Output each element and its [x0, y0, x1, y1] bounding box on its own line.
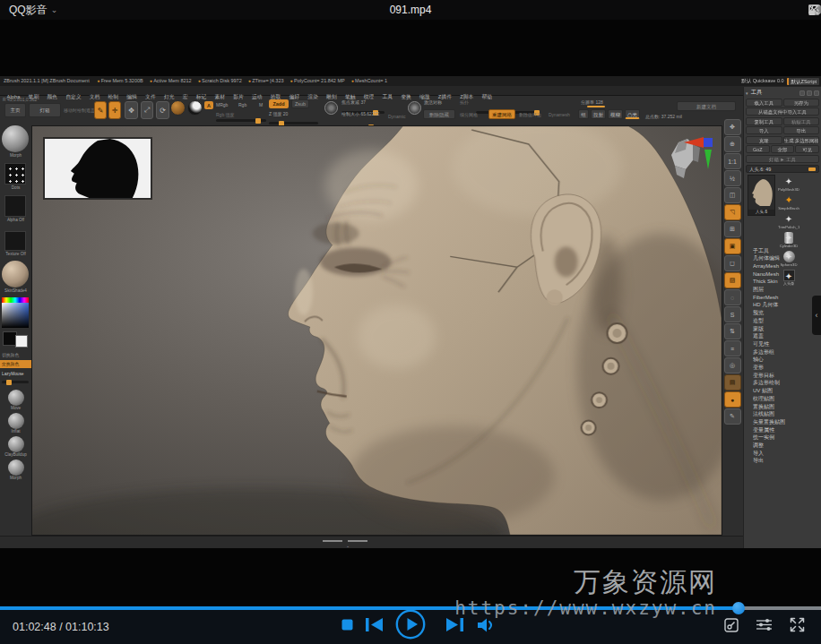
- texture-thumb[interactable]: [4, 231, 26, 251]
- fullscreen-button[interactable]: [790, 617, 805, 632]
- shelf-icon[interactable]: ◎: [724, 357, 741, 374]
- collapse-caret-icon[interactable]: ▾: [746, 90, 748, 96]
- palette-section[interactable]: 统一实例: [753, 434, 819, 442]
- palette-section[interactable]: 纹理贴图: [753, 395, 819, 403]
- shelf-icon[interactable]: ◹: [724, 204, 741, 220]
- zsub-toggle[interactable]: Zsub: [291, 99, 309, 108]
- rgb-intensity-slider[interactable]: [216, 119, 266, 122]
- saturation-square[interactable]: [2, 303, 29, 328]
- rotate-mode-button[interactable]: ⟳: [156, 101, 169, 119]
- dynamic-label[interactable]: Dynamic: [388, 114, 405, 119]
- switch-color-row[interactable]: 切换颜色: [0, 351, 31, 359]
- shelf-icon[interactable]: ▨: [724, 272, 741, 288]
- project-button[interactable]: 投射: [591, 109, 606, 119]
- tool-quick-pick[interactable]: ✦ Cylinder3D: [778, 232, 799, 248]
- import-button[interactable]: 导入: [746, 126, 782, 134]
- export-button[interactable]: 导出: [783, 126, 820, 134]
- quick-brush[interactable]: ClayBuildup: [0, 436, 31, 457]
- quick-brush[interactable]: Move: [0, 390, 31, 410]
- shelf-icon[interactable]: ◫: [724, 187, 741, 203]
- palette-section[interactable]: 多边形组: [753, 348, 819, 356]
- tool-quick-pick[interactable]: ✦ Sphere3D: [778, 251, 799, 267]
- zadd-toggle[interactable]: Zadd: [269, 99, 289, 108]
- rgb-toggle[interactable]: Rgb: [238, 102, 246, 107]
- palette-section[interactable]: 变形: [753, 364, 819, 372]
- menu-item[interactable]: 编辑: [123, 92, 142, 101]
- play-button[interactable]: [395, 609, 426, 640]
- next-button[interactable]: [446, 618, 463, 631]
- palette-section[interactable]: 预览: [753, 309, 819, 317]
- video-area[interactable]: ZBrush 2021.1.1 [M] ZBrush Document Free…: [0, 20, 821, 606]
- delete-loops-label[interactable]: 删除循环边: [519, 112, 541, 117]
- menu-item[interactable]: 绘制: [104, 92, 123, 101]
- menu-item[interactable]: 雕刻: [323, 92, 341, 101]
- active-tool-thumbnail[interactable]: 人头.6: [748, 175, 775, 216]
- tool-quick-pick[interactable]: ✦ SimpleBrush: [778, 194, 799, 210]
- scale-mode-button[interactable]: ⤢: [141, 101, 153, 119]
- menu-item[interactable]: 自定义: [62, 92, 86, 101]
- settings-button[interactable]: [756, 618, 772, 631]
- paste-tool-button[interactable]: 粘贴工具: [783, 117, 820, 125]
- menu-item[interactable]: 颜色: [43, 92, 62, 101]
- lazymouse-slider[interactable]: [2, 381, 29, 383]
- blur-button[interactable]: 模糊: [608, 109, 623, 119]
- progress-knob[interactable]: [732, 602, 745, 614]
- home-button[interactable]: 主页: [4, 103, 26, 117]
- shelf-icon[interactable]: ▣: [724, 238, 741, 254]
- shelf-icon[interactable]: ▤: [724, 374, 741, 391]
- remesh-button[interactable]: 重建网格: [488, 109, 515, 119]
- volume-button[interactable]: [478, 618, 496, 632]
- symmetry-label[interactable]: 激活对称: [424, 99, 442, 105]
- quick-brush[interactable]: Morph: [0, 459, 31, 480]
- palette-section[interactable]: 置换贴图: [753, 403, 819, 411]
- previous-button[interactable]: [366, 618, 383, 631]
- palette-section[interactable]: 轴心: [753, 356, 819, 364]
- all-button[interactable]: 全部: [771, 145, 795, 153]
- subdivide-label[interactable]: 细分网格: [460, 112, 478, 117]
- clone-button[interactable]: 克隆: [746, 136, 782, 144]
- menu-item[interactable]: 帮助: [478, 92, 497, 101]
- goz-button[interactable]: GoZ: [746, 145, 770, 153]
- silhouette-reference-thumbnail[interactable]: [44, 138, 151, 199]
- axis-gizmo[interactable]: [664, 130, 716, 185]
- palette-section[interactable]: 导入: [753, 450, 819, 458]
- palette-section[interactable]: 蒙版: [753, 325, 819, 333]
- visible-button[interactable]: 可见: [795, 145, 819, 153]
- shelf-icon[interactable]: ✥: [724, 119, 741, 135]
- menu-item[interactable]: 文档: [85, 92, 104, 101]
- shelf-icon[interactable]: S: [724, 306, 741, 322]
- shelf-icon[interactable]: ⇅: [724, 323, 741, 339]
- tray-handle[interactable]: ⌄: [323, 540, 376, 548]
- move-mode-button[interactable]: ✥: [125, 101, 138, 119]
- tool-quick-pick[interactable]: ✦ PolyMesh3D星形: [778, 176, 799, 192]
- palette-section[interactable]: 调整: [753, 442, 819, 450]
- palette-section[interactable]: 遮盖: [753, 332, 819, 340]
- lazymouse-label[interactable]: LazyMouse: [0, 370, 31, 378]
- new-document-button[interactable]: 新建文档: [677, 101, 736, 111]
- import-from-disk-button[interactable]: 从磁盘文件中导入工具: [746, 107, 819, 116]
- material-thumb[interactable]: [187, 100, 203, 116]
- palette-section[interactable]: FiberMesh: [753, 294, 819, 302]
- brush-thumb[interactable]: [2, 125, 29, 152]
- shelf-icon[interactable]: ◌: [724, 289, 741, 305]
- save-as-button[interactable]: 另存为: [783, 99, 820, 107]
- secondary-color-swatch[interactable]: [15, 335, 28, 348]
- panel-collapse-arrow[interactable]: ‹: [812, 296, 821, 335]
- palette-section[interactable]: 造型: [753, 317, 819, 325]
- shelf-icon[interactable]: ⊕: [724, 136, 741, 152]
- shelf-icon[interactable]: ≡: [724, 340, 741, 356]
- palette-section[interactable]: 变形目标: [753, 372, 819, 380]
- shelf-icon[interactable]: 1:1: [724, 153, 741, 169]
- delete-hidden-button[interactable]: 删除隐藏: [423, 109, 455, 119]
- shelf-icon[interactable]: ✎: [724, 408, 741, 425]
- active-tool-slider[interactable]: 人头.6: 49: [746, 165, 819, 173]
- stop-button[interactable]: [341, 619, 353, 631]
- menu-item[interactable]: 运动: [247, 92, 266, 101]
- sculpt-canvas[interactable]: [31, 125, 722, 536]
- menu-item[interactable]: 影片: [229, 92, 248, 101]
- load-tool-button[interactable]: 载入工具: [746, 99, 782, 107]
- polish-button[interactable]: 凸壳: [625, 109, 640, 119]
- alpha-thumb[interactable]: [4, 195, 26, 217]
- palette-section[interactable]: 法线贴图: [753, 410, 819, 418]
- material-sphere-thumb[interactable]: [2, 261, 29, 288]
